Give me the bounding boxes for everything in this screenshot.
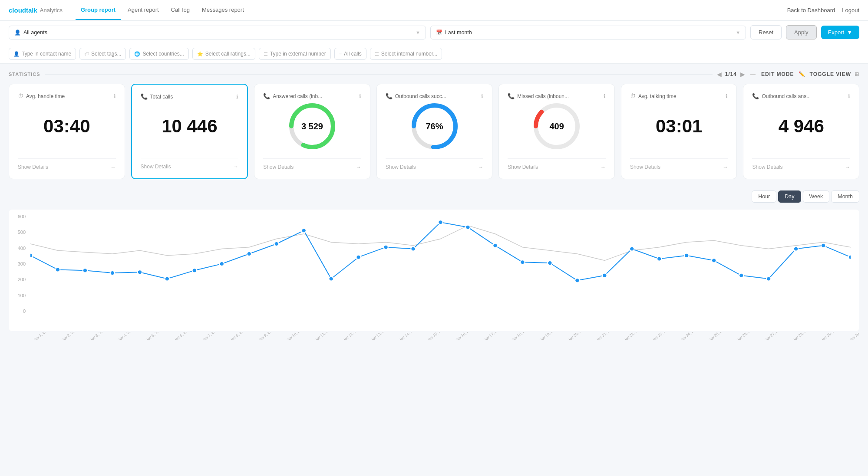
x-label: Nov 28, 2022 (792, 332, 804, 340)
info-icon-3[interactable]: ℹ (481, 93, 483, 99)
svg-point-32 (739, 273, 743, 278)
cards-row: ⏱ Avg. handle time ℹ 03:40 Show Details … (9, 84, 859, 179)
edit-mode-button[interactable]: Edit mode (761, 71, 794, 77)
stat-card-1[interactable]: 📞 Total calls ℹ 10 446 Show Details → (131, 84, 248, 179)
x-label: Nov 11, 2022 (313, 332, 326, 340)
stat-card-6[interactable]: 📞 Outbound calls ans... ℹ 4 946 Show Det… (743, 84, 859, 179)
svg-point-31 (712, 258, 716, 263)
x-label: Nov 6, 2022 (172, 332, 185, 340)
export-button[interactable]: Export ▼ (821, 26, 859, 39)
x-label: Nov 23, 2022 (651, 332, 663, 340)
tags-filter[interactable]: 🏷 Select tags... (79, 48, 126, 60)
x-label: Nov 20, 2022 (566, 332, 579, 340)
show-details-1: Show Details (141, 164, 171, 170)
info-icon-4[interactable]: ℹ (604, 93, 606, 99)
chart-btn-month[interactable]: Month (831, 190, 859, 203)
card-footer-2[interactable]: Show Details → (263, 158, 361, 170)
arrow-icon-0: → (111, 164, 116, 170)
card-footer-1[interactable]: Show Details → (141, 158, 239, 170)
card-footer-6[interactable]: Show Details → (752, 158, 850, 170)
x-label: Nov 7, 2022 (201, 332, 213, 340)
toggle-view-button[interactable]: Toggle view (810, 71, 851, 77)
card-title-0: Avg. handle time (26, 93, 65, 99)
date-filter[interactable]: 📅 Last month ▼ (430, 26, 746, 39)
contact-filter[interactable]: 👤 Type in contact name (9, 48, 76, 60)
calls-filter[interactable]: ≡ All calls (334, 48, 366, 60)
stat-card-0[interactable]: ⏱ Avg. handle time ℹ 03:40 Show Details … (9, 84, 125, 179)
chart-btn-week[interactable]: Week (803, 190, 830, 203)
stat-card-4[interactable]: 📞 Missed calls (inboun... ℹ 409 Show Det… (498, 84, 615, 179)
back-to-dashboard-link[interactable]: Back to Dashboard (787, 7, 835, 13)
card-header-1: 📞 Total calls ℹ (141, 93, 239, 100)
svg-point-36 (848, 255, 851, 259)
stats-header-line (45, 74, 713, 75)
info-icon-1[interactable]: ℹ (236, 94, 238, 100)
svg-point-12 (192, 268, 197, 272)
y-label: 600 (18, 214, 26, 219)
card-value-6: 4 946 (752, 116, 850, 137)
chart-btn-hour[interactable]: Hour (752, 190, 776, 203)
y-label: 400 (18, 246, 26, 251)
show-details-2: Show Details (263, 164, 294, 170)
card-footer-0[interactable]: Show Details → (18, 158, 116, 170)
donut-label-4: 409 (549, 121, 564, 131)
stat-card-2[interactable]: 📞 Answered calls (inb... ℹ 3 529 Show De… (254, 84, 370, 179)
x-label: Nov 13, 2022 (370, 332, 382, 340)
reset-button[interactable]: Reset (750, 25, 782, 39)
tab-messages-report[interactable]: Messages report (197, 0, 249, 20)
logout-link[interactable]: Logout (842, 7, 859, 13)
agents-filter[interactable]: 👤 All agents ▼ (9, 26, 426, 39)
card-header-6: 📞 Outbound calls ans... ℹ (752, 93, 850, 99)
arrow-icon-2: → (356, 164, 361, 170)
contact-icon: 👤 (13, 51, 20, 57)
date-chevron: ▼ (736, 30, 740, 35)
info-icon-6[interactable]: ℹ (848, 93, 850, 99)
card-title-5: Avg. talking time (638, 93, 677, 99)
stat-card-3[interactable]: 📞 Outbound calls succ... ℹ 76% Show Deta… (376, 84, 493, 179)
stats-separator: — (750, 71, 756, 77)
y-axis: 6005004003002001000 (9, 214, 28, 314)
x-label: Nov 4, 2022 (116, 332, 129, 340)
svg-point-18 (356, 255, 360, 259)
info-icon-5[interactable]: ℹ (726, 93, 728, 99)
countries-filter[interactable]: 🌐 Select countries... (129, 48, 188, 60)
card-icon-2: 📞 (263, 93, 270, 99)
card-footer-5[interactable]: Show Details → (630, 158, 728, 170)
card-footer-4[interactable]: Show Details → (508, 158, 606, 170)
svg-point-22 (465, 225, 470, 230)
x-label: Nov 10, 2022 (285, 332, 298, 340)
external-number-filter[interactable]: ☰ Type in external number (259, 48, 331, 60)
ratings-icon: ⭐ (197, 51, 203, 57)
card-footer-3[interactable]: Show Details → (386, 158, 484, 170)
tab-group-report[interactable]: Group report (76, 0, 121, 20)
agents-label: All agents (23, 30, 47, 36)
donut-wrap-2: 3 529 (288, 102, 336, 150)
internal-number-filter[interactable]: ☰ Select internal number... (370, 48, 442, 60)
stats-prev-button[interactable]: ◀ (717, 71, 722, 78)
countries-placeholder: Select countries... (142, 51, 184, 57)
apply-button[interactable]: Apply (786, 25, 817, 39)
chart-btn-day[interactable]: Day (778, 190, 801, 203)
svg-point-20 (411, 247, 415, 251)
x-label: Nov 19, 2022 (538, 332, 551, 340)
stats-next-button[interactable]: ▶ (740, 71, 745, 78)
y-label: 100 (18, 293, 26, 298)
card-header-0: ⏱ Avg. handle time ℹ (18, 93, 116, 99)
external-placeholder: Type in external number (270, 51, 326, 57)
ratings-filter[interactable]: ⭐ Select call ratings... (192, 48, 255, 60)
y-label: 300 (18, 261, 26, 266)
info-icon-2[interactable]: ℹ (359, 93, 361, 99)
x-label: Nov 27, 2022 (763, 332, 776, 340)
tab-agent-report[interactable]: Agent report (122, 0, 164, 20)
card-icon-0: ⏱ (18, 93, 23, 99)
stat-card-5[interactable]: ⏱ Avg. talking time ℹ 03:01 Show Details… (621, 84, 737, 179)
brand: cloudtalk Analytics (9, 7, 63, 14)
svg-point-34 (794, 247, 798, 251)
stats-page: 1/14 (725, 71, 737, 77)
svg-point-23 (493, 243, 497, 248)
chart-svg (30, 214, 851, 314)
y-label: 0 (23, 309, 26, 314)
arrow-icon-5: → (723, 164, 728, 170)
tab-call-log[interactable]: Call log (166, 0, 195, 20)
info-icon-0[interactable]: ℹ (114, 93, 116, 99)
